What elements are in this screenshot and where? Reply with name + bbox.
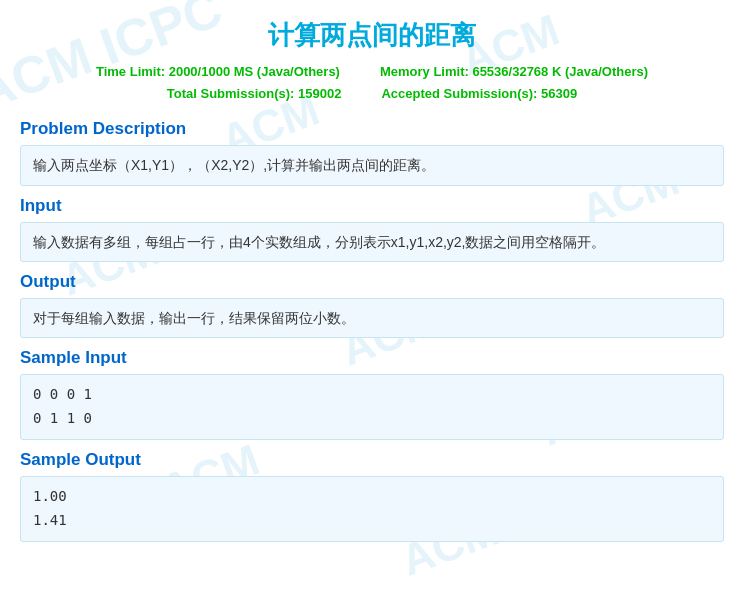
sample-input-line-1: 0 0 0 1	[33, 383, 711, 407]
problem-description-content: 输入两点坐标（X1,Y1），（X2,Y2）,计算并输出两点间的距离。	[20, 145, 724, 185]
sample-input-title: Sample Input	[20, 348, 724, 368]
output-title: Output	[20, 272, 724, 292]
time-limit: Time Limit: 2000/1000 MS (Java/Others)	[96, 61, 340, 83]
sample-input-box: 0 0 0 1 0 1 1 0	[20, 374, 724, 440]
input-content: 输入数据有多组，每组占一行，由4个实数组成，分别表示x1,y1,x2,y2,数据…	[20, 222, 724, 262]
sample-output-box: 1.00 1.41	[20, 476, 724, 542]
sample-output-line-1: 1.00	[33, 485, 711, 509]
accepted-submissions: Accepted Submission(s): 56309	[381, 83, 577, 105]
sample-output-title: Sample Output	[20, 450, 724, 470]
sample-input-line-2: 0 1 1 0	[33, 407, 711, 431]
total-submissions: Total Submission(s): 159002	[167, 83, 342, 105]
problem-description-title: Problem Description	[20, 119, 724, 139]
memory-limit: Memory Limit: 65536/32768 K (Java/Others…	[380, 61, 648, 83]
sample-output-line-2: 1.41	[33, 509, 711, 533]
input-title: Input	[20, 196, 724, 216]
meta-info: Time Limit: 2000/1000 MS (Java/Others) M…	[20, 61, 724, 105]
page-title: 计算两点间的距离	[20, 10, 724, 53]
output-content: 对于每组输入数据，输出一行，结果保留两位小数。	[20, 298, 724, 338]
